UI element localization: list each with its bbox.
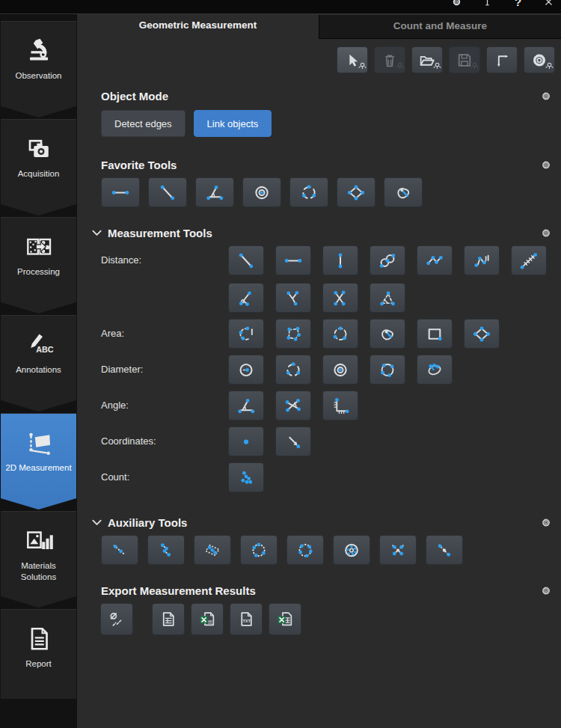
tool-angle-button[interactable] xyxy=(195,177,234,207)
sidebar-item-acquisition[interactable]: Acquisition xyxy=(1,119,76,215)
dotted-line-icon xyxy=(108,541,131,560)
tool-angle-button[interactable] xyxy=(228,391,264,420)
tool-lines-crossed-button[interactable] xyxy=(322,283,358,313)
titlebar-settings-icon[interactable] xyxy=(450,0,463,8)
sidebar-item-materials-solutions[interactable]: Materials Solutions xyxy=(1,511,76,608)
annotations-icon: ABC xyxy=(23,330,55,363)
tool-rect-rotated-button[interactable] xyxy=(464,319,500,349)
tool-circle-concentric-button[interactable] xyxy=(322,355,358,385)
tool-circle-arc-dashed-button[interactable] xyxy=(322,319,358,349)
tool-circle-3point-button[interactable] xyxy=(275,355,311,385)
svg-text:ABC: ABC xyxy=(36,345,54,354)
tool-group-label: Coordinates: xyxy=(101,426,228,456)
ruler-perpendicular-icon xyxy=(329,397,352,415)
tool-line-vertical-button[interactable] xyxy=(322,245,358,275)
tool-dotted-circle-points-button[interactable] xyxy=(286,535,324,565)
circle-radius-icon xyxy=(235,361,257,379)
tool-polyline-button[interactable] xyxy=(417,245,453,275)
tool-dotted-line-midpoint-button[interactable] xyxy=(426,535,463,565)
sidebar-item-report[interactable]: Report xyxy=(1,609,76,699)
favorite-tools-settings-gear-icon[interactable] xyxy=(539,158,553,171)
link-objects-button[interactable]: Link objects xyxy=(194,110,272,137)
tool-spline-contour-button[interactable] xyxy=(384,177,423,207)
auxiliary-tools-settings-gear-icon[interactable] xyxy=(539,516,553,529)
collapse-chevron-icon[interactable] xyxy=(91,227,102,239)
tool-line-horizontal-button[interactable] xyxy=(275,245,311,275)
collapse-chevron-icon[interactable] xyxy=(91,517,102,528)
dots-scatter-icon xyxy=(235,468,257,487)
tool-contour-pen-button[interactable] xyxy=(228,319,264,349)
tool-row xyxy=(228,391,358,420)
tool-excel-table-button[interactable] xyxy=(269,603,301,635)
tool-circle-3point-button[interactable] xyxy=(289,177,328,207)
settings-button[interactable] xyxy=(524,46,555,73)
tool-dotted-circle-button[interactable] xyxy=(240,535,278,565)
load-button[interactable] xyxy=(411,46,443,73)
tool-line-horizontal-button[interactable] xyxy=(101,177,140,207)
tab-geometric-measurement[interactable]: Geometric Measurement xyxy=(77,13,319,39)
object-mode-settings-gear-icon[interactable] xyxy=(539,89,553,103)
sidebar-item-label: Materials Solutions xyxy=(1,560,76,583)
tool-perpendicular-button[interactable] xyxy=(228,283,264,313)
tool-line-hatched-button[interactable] xyxy=(511,245,547,275)
tool-circle-4point-button[interactable] xyxy=(370,355,405,385)
tool-circle-concentric-solid-button[interactable] xyxy=(333,535,370,565)
tool-rectangle-button[interactable] xyxy=(417,319,453,349)
tool-dotted-rect-rotated-button[interactable] xyxy=(194,535,231,565)
tool-circle-concentric-button[interactable] xyxy=(242,177,281,207)
measurement-toolbar xyxy=(77,46,555,73)
section-favorite-tools: Favorite Tools xyxy=(77,158,561,207)
tool-row xyxy=(228,319,500,349)
dotted-cross-icon xyxy=(387,541,409,560)
titlebar-close-icon[interactable] xyxy=(542,0,555,8)
tool-dotted-line-button[interactable] xyxy=(101,535,138,565)
select-button[interactable] xyxy=(337,46,368,73)
tool-line-diagonal-button[interactable] xyxy=(148,177,187,207)
tool-line-diagonal-button[interactable] xyxy=(228,245,264,275)
tool-group-rows xyxy=(228,319,500,349)
tool-point-arrow-button[interactable] xyxy=(275,426,311,456)
tool-dots-scatter-button[interactable] xyxy=(228,462,264,492)
sidebar-item-2d-measurement[interactable]: 2D Measurement xyxy=(1,413,76,510)
tool-angle-4point-button[interactable] xyxy=(275,391,311,420)
tool-point-button[interactable] xyxy=(228,426,264,456)
tool-dotted-parallel-lines-button[interactable] xyxy=(147,535,185,565)
tool-hide-measurements-button[interactable] xyxy=(100,603,133,635)
dotted-circle-points-icon xyxy=(294,541,316,560)
titlebar-icons: ? xyxy=(450,0,561,8)
tool-group-label: Distance: xyxy=(101,245,228,313)
tool-txt-document-button[interactable]: TXT xyxy=(230,603,263,635)
sidebar-item-processing[interactable]: Processing xyxy=(1,217,76,313)
hide-measurements-icon xyxy=(105,610,128,628)
titlebar-pin-icon[interactable] xyxy=(481,0,494,8)
section-measurement-tools: Measurement Tools Distance:Area:Diameter… xyxy=(77,226,561,492)
tool-curve-chain-button[interactable] xyxy=(370,245,405,275)
tool-fork-lines-button[interactable] xyxy=(275,283,311,313)
tool-circle-radius-button[interactable] xyxy=(228,355,264,385)
object-mode-title: Object Mode xyxy=(101,90,168,103)
tool-triangle-dashed-button[interactable] xyxy=(370,283,405,313)
export-results-settings-gear-icon[interactable] xyxy=(539,584,553,597)
detect-edges-button[interactable]: Detect edges xyxy=(101,110,186,137)
measurement-tools-title: Measurement Tools xyxy=(108,227,212,239)
tool-curve-pen-button[interactable] xyxy=(464,245,500,275)
ellipse-points-icon xyxy=(423,361,446,379)
tool-dotted-cross-button[interactable] xyxy=(379,535,417,565)
tool-excel-export-button[interactable] xyxy=(191,603,224,635)
tool-ellipse-points-button[interactable] xyxy=(417,355,453,385)
measurement-tools-settings-gear-icon[interactable] xyxy=(539,226,553,239)
tool-table-document-button[interactable] xyxy=(152,603,185,635)
circle-arc-dashed-icon xyxy=(329,325,352,343)
sidebar-item-annotations[interactable]: ABCAnnotations xyxy=(1,315,76,412)
save-button xyxy=(449,46,480,73)
titlebar-help-icon[interactable]: ? xyxy=(512,0,524,8)
dimension-button[interactable] xyxy=(486,46,518,73)
tab-count-and-measure[interactable]: Count and Measure xyxy=(319,15,561,39)
tool-polygon-dashed-button[interactable] xyxy=(275,319,311,349)
sidebar-item-observation[interactable]: Observation xyxy=(1,21,76,117)
circle-3point-icon xyxy=(298,183,320,202)
tool-rect-rotated-button[interactable] xyxy=(337,177,375,207)
tool-blob-spline-button[interactable] xyxy=(370,319,405,349)
tool-ruler-perpendicular-button[interactable] xyxy=(322,391,358,420)
section-auxiliary-tools: Auxiliary Tools xyxy=(77,516,561,565)
